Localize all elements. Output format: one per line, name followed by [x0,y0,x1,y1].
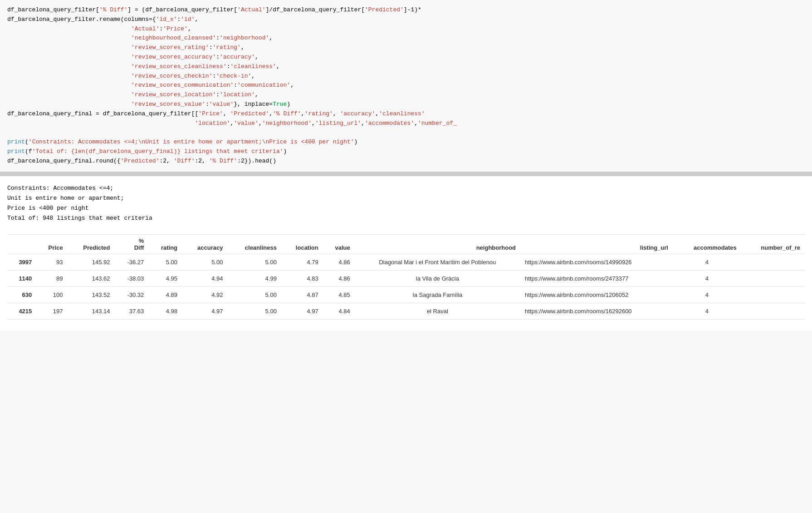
constraints-line2: Unit is entire home or apartment; [7,195,124,202]
col-value: value [323,234,355,254]
cell-value: 4.84 [323,303,355,319]
cell-value: 4.86 [323,270,355,286]
table-row: 630100143.52-30.324.894.925.004.874.85la… [7,286,805,303]
col-index [7,234,36,254]
cell-divider [0,172,812,176]
cell-value: 4.86 [323,254,355,270]
code-final-line: df_barcelona_query_final = df_barcelona_… [7,110,457,127]
cell-accuracy: 4.97 [182,303,227,319]
cell-listing-url: https://www.airbnb.com/rooms/2473377 [520,270,673,286]
cell-accommodates: 4 [673,254,741,270]
cell-cleanliness: 5.00 [227,303,281,319]
output-text: Constraints: Accommodates <=4; Unit is e… [0,176,812,231]
cell-accommodates: 4 [673,303,741,319]
constraints-line4: Total of: 948 listings that meet criteri… [7,215,152,222]
row-index: 3997 [7,254,36,270]
cell-location: 4.79 [281,254,323,270]
constraints-line1: Constraints: Accommodates <=4; [7,185,113,192]
cell-accuracy: 4.92 [182,286,227,303]
cell-rating: 4.89 [148,286,182,303]
cell-predicted: 143.14 [67,303,114,319]
cell-location: 4.97 [281,303,323,319]
row-index: 630 [7,286,36,303]
code-print1: print('Constraints: Accommodates <=4;\nU… [7,138,357,145]
cell-accommodates: 4 [673,270,741,286]
cell-predicted: 145.92 [67,254,114,270]
col-listing-url: listing_url [520,234,673,254]
cell-listing-url: https://www.airbnb.com/rooms/16292600 [520,303,673,319]
cell-cleanliness: 5.00 [227,254,281,270]
cell-location: 4.83 [281,270,323,286]
cell-number-of-re [741,303,805,319]
row-index: 4215 [7,303,36,319]
code-line-1: df_barcelona_query_filter['% Diff'] = (d… [7,6,421,13]
cell-pct-diff: -36.27 [115,254,149,270]
cell-accuracy: 5.00 [182,254,227,270]
cell-number-of-re [741,286,805,303]
cell-pct-diff: 37.63 [115,303,149,319]
cell-number-of-re [741,254,805,270]
code-round: df_barcelona_query_final.round({'Predict… [7,158,276,164]
cell-price: 89 [36,270,67,286]
table-row: 399793145.92-36.275.005.005.004.794.86Di… [7,254,805,270]
col-price: Price [36,234,67,254]
table-row: 114089143.62-38.034.954.944.994.834.86la… [7,270,805,286]
cell-predicted: 143.52 [67,286,114,303]
cell-price: 93 [36,254,67,270]
cell-location: 4.87 [281,286,323,303]
col-neighborhood: neighborhood [355,234,520,254]
col-number-of-re: number_of_re [741,234,805,254]
cell-pct-diff: -30.32 [115,286,149,303]
col-pct-diff: %Diff [115,234,149,254]
code-rename: df_barcelona_query_filter.rename(columns… [7,16,294,108]
cell-price: 100 [36,286,67,303]
cell-listing-url: https://www.airbnb.com/rooms/1206052 [520,286,673,303]
col-cleanliness: cleanliness [227,234,281,254]
cell-cleanliness: 4.99 [227,270,281,286]
cell-rating: 4.95 [148,270,182,286]
constraints-line3: Price is <400 per night [7,205,88,212]
table-row: 4215197143.1437.634.984.975.004.974.84el… [7,303,805,319]
cell-number-of-re [741,270,805,286]
cell-accuracy: 4.94 [182,270,227,286]
cell-neighborhood: la Vila de Gràcia [355,270,520,286]
cell-neighborhood: el Raval [355,303,520,319]
cell-predicted: 143.62 [67,270,114,286]
cell-neighborhood: la Sagrada Família [355,286,520,303]
code-print2: print(f'Total of: {len(df_barcelona_quer… [7,148,287,155]
col-predicted: Predicted [67,234,114,254]
cell-neighborhood: Diagonal Mar i el Front Marítim del Pobl… [355,254,520,270]
data-table-wrapper: Price Predicted %Diff rating accuracy cl… [0,231,812,330]
cell-rating: 4.98 [148,303,182,319]
cell-price: 197 [36,303,67,319]
cell-cleanliness: 5.00 [227,286,281,303]
results-table: Price Predicted %Diff rating accuracy cl… [7,234,805,320]
cell-accommodates: 4 [673,286,741,303]
cell-pct-diff: -38.03 [115,270,149,286]
col-rating: rating [148,234,182,254]
cell-listing-url: https://www.airbnb.com/rooms/14990926 [520,254,673,270]
col-location: location [281,234,323,254]
cell-rating: 5.00 [148,254,182,270]
col-accommodates: accommodates [673,234,741,254]
code-cell: df_barcelona_query_filter['% Diff'] = (d… [0,0,812,172]
cell-value: 4.85 [323,286,355,303]
row-index: 1140 [7,270,36,286]
col-accuracy: accuracy [182,234,227,254]
